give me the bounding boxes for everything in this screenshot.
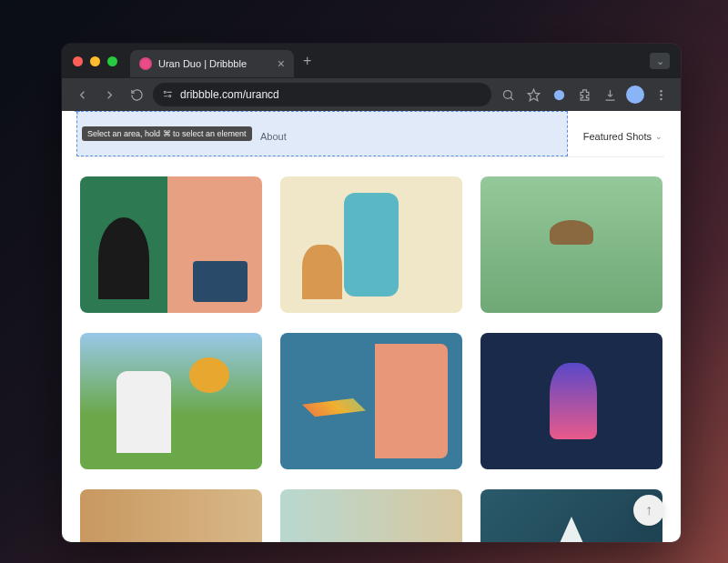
url-text: dribbble.com/urancd: [180, 88, 279, 101]
reader-button[interactable]: [548, 84, 570, 106]
shot-thumbnail[interactable]: [80, 176, 262, 313]
svg-line-5: [511, 97, 513, 100]
svg-point-10: [660, 97, 662, 100]
forward-button[interactable]: [98, 84, 120, 106]
titlebar: Uran Duo | Dribbble × + ⌄: [62, 44, 681, 78]
reader-icon: [552, 88, 566, 102]
shot-thumbnail[interactable]: [280, 489, 462, 542]
filter-dropdown[interactable]: Featured Shots ⌄: [583, 131, 662, 142]
shot-thumbnail[interactable]: [80, 489, 262, 542]
shot-thumbnail[interactable]: [280, 176, 462, 313]
close-window-button[interactable]: [73, 56, 83, 66]
profile-button[interactable]: [624, 84, 646, 106]
bookmark-icon: [527, 88, 541, 102]
menu-icon: [654, 88, 668, 102]
reload-icon: [130, 88, 144, 102]
selection-handle[interactable]: +: [72, 111, 83, 117]
svg-point-0: [164, 91, 166, 93]
scroll-top-button[interactable]: ↑: [633, 495, 664, 526]
reload-button[interactable]: [126, 84, 147, 106]
search-button[interactable]: [497, 84, 519, 106]
divider: [78, 156, 664, 157]
svg-point-4: [503, 90, 511, 98]
shot-thumbnail[interactable]: [280, 333, 462, 469]
inspector-tooltip: Select an area, hold ⌘ to select an elem…: [82, 126, 252, 141]
shot-thumbnail[interactable]: [80, 333, 262, 469]
svg-point-9: [660, 94, 662, 96]
forward-icon: [103, 88, 116, 102]
downloads-icon: [603, 88, 617, 102]
site-settings-icon[interactable]: [162, 88, 174, 102]
dribbble-favicon: [139, 57, 152, 70]
tab-title: Uran Duo | Dribbble: [158, 58, 247, 69]
shots-grid: [80, 176, 662, 542]
shot-thumbnail[interactable]: [480, 333, 662, 469]
filter-label: Featured Shots: [583, 131, 652, 142]
minimize-window-button[interactable]: [90, 56, 100, 66]
shot-thumbnail[interactable]: [480, 176, 662, 313]
search-icon: [501, 88, 515, 102]
arrow-up-icon: ↑: [645, 502, 652, 518]
avatar: [626, 85, 644, 104]
browser-window: Uran Duo | Dribbble × + ⌄ dribbble.com/u…: [62, 44, 681, 542]
extensions-button[interactable]: [573, 84, 595, 106]
svg-marker-6: [528, 89, 540, 101]
window-controls: [73, 56, 117, 66]
close-tab-button[interactable]: ×: [278, 56, 285, 71]
tabs-overflow-button[interactable]: ⌄: [650, 53, 670, 69]
svg-point-2: [169, 95, 171, 96]
svg-point-7: [553, 89, 563, 99]
back-icon: [76, 88, 89, 102]
page-viewport: + Select an area, hold ⌘ to select an el…: [62, 111, 681, 542]
chevron-down-icon: ⌄: [655, 132, 662, 141]
svg-point-8: [660, 89, 662, 92]
menu-button[interactable]: [650, 84, 672, 106]
downloads-button[interactable]: [599, 84, 621, 106]
new-tab-button[interactable]: +: [303, 53, 311, 69]
extensions-icon: [578, 88, 592, 102]
bookmark-button[interactable]: [522, 84, 544, 106]
back-button[interactable]: [71, 84, 93, 106]
browser-tab[interactable]: Uran Duo | Dribbble ×: [130, 50, 294, 77]
toolbar: dribbble.com/urancd: [62, 78, 681, 111]
maximize-window-button[interactable]: [107, 56, 117, 66]
url-bar[interactable]: dribbble.com/urancd: [153, 83, 491, 106]
